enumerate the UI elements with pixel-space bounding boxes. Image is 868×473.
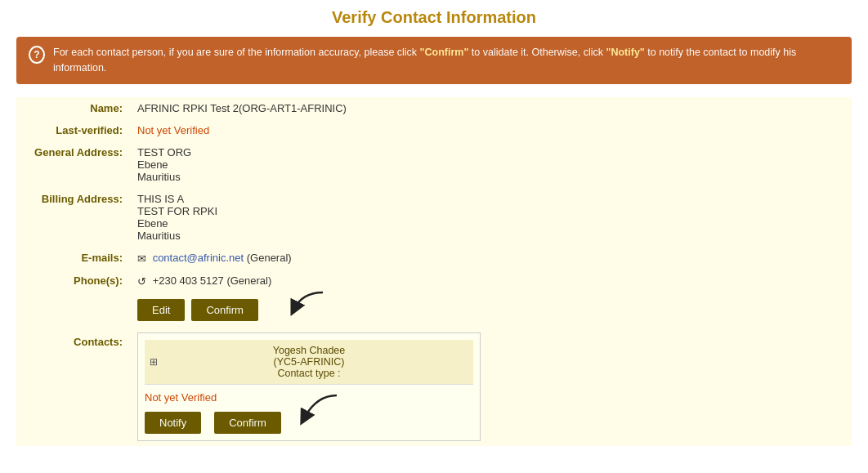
arrow-contacts-confirm <box>275 387 341 432</box>
contacts-confirm-button[interactable]: Confirm <box>214 412 281 434</box>
contacts-table: Contacts: ⊞ Yogesh Chadee (YC5-AFRINIC) … <box>16 328 852 446</box>
contacts-label: Contacts: <box>16 328 131 446</box>
phones-label: Phone(s): <box>16 270 131 292</box>
last-verified-value: Not yet Verified <box>131 119 852 141</box>
info-table: Name: AFRINIC RPKI Test 2(ORG-ART1-AFRIN… <box>16 97 852 292</box>
contact-header: ⊞ Yogesh Chadee (YC5-AFRINIC) Contact ty… <box>145 340 473 385</box>
email-icon: ✉ <box>137 252 146 265</box>
edit-confirm-area: Edit Confirm <box>16 292 852 328</box>
emails-label: E-mails: <box>16 247 131 270</box>
name-label: Name: <box>16 97 131 119</box>
contacts-value: ⊞ Yogesh Chadee (YC5-AFRINIC) Contact ty… <box>131 328 852 446</box>
emails-row: E-mails: ✉ contact@afrinic.net (General) <box>16 247 852 270</box>
phones-value: ↺ +230 403 5127 (General) <box>131 270 852 292</box>
contact-box: ⊞ Yogesh Chadee (YC5-AFRINIC) Contact ty… <box>137 332 481 441</box>
info-banner: ? For each contact person, if you are su… <box>16 37 852 84</box>
phone-icon: ↺ <box>137 275 146 288</box>
confirm-button[interactable]: Confirm <box>191 299 258 321</box>
contacts-row: Contacts: ⊞ Yogesh Chadee (YC5-AFRINIC) … <box>16 328 852 446</box>
banner-text: For each contact person, if you are sure… <box>53 45 839 76</box>
general-address-label: General Address: <box>16 141 131 188</box>
billing-address-label: Billing Address: <box>16 188 131 247</box>
page-title: Verify Contact Information <box>16 8 852 27</box>
general-address-row: General Address: TEST ORG Ebene Mauritiu… <box>16 141 852 188</box>
billing-address-value: THIS IS A TEST FOR RPKI Ebene Mauritius <box>131 188 852 247</box>
edit-button[interactable]: Edit <box>137 299 185 321</box>
general-address-value: TEST ORG Ebene Mauritius <box>131 141 852 188</box>
emails-value: ✉ contact@afrinic.net (General) <box>131 247 852 270</box>
notify-highlight: "Notify" <box>606 47 645 58</box>
expand-icon[interactable]: ⊞ <box>150 356 158 368</box>
confirm-highlight: "Confirm" <box>420 47 469 58</box>
phones-row: Phone(s): ↺ +230 403 5127 (General) <box>16 270 852 292</box>
notify-button[interactable]: Notify <box>145 412 201 434</box>
name-row: Name: AFRINIC RPKI Test 2(ORG-ART1-AFRIN… <box>16 97 852 119</box>
billing-address-row: Billing Address: THIS IS A TEST FOR RPKI… <box>16 188 852 247</box>
arrow-confirm <box>270 284 327 325</box>
name-value: AFRINIC RPKI Test 2(ORG-ART1-AFRINIC) <box>131 97 852 119</box>
info-icon: ? <box>29 46 45 64</box>
last-verified-label: Last-verified: <box>16 119 131 141</box>
last-verified-row: Last-verified: Not yet Verified <box>16 119 852 141</box>
notify-confirm-area: Notify Confirm <box>145 412 473 434</box>
